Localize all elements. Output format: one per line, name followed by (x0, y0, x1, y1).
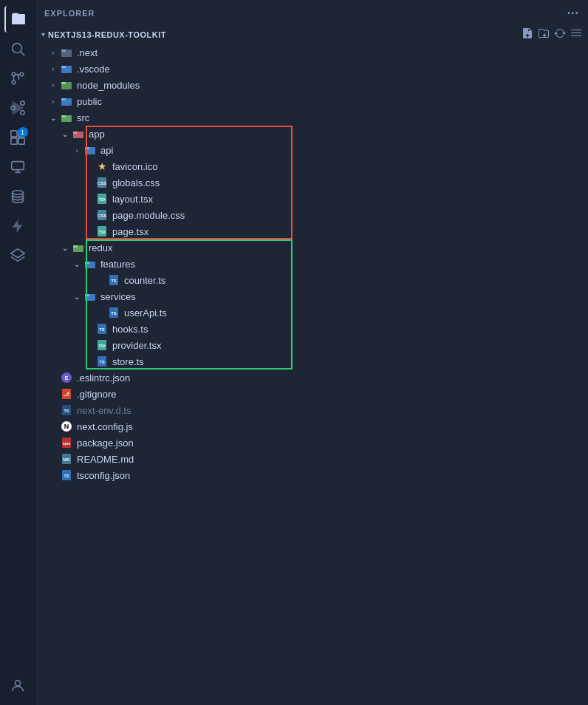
list-item[interactable]: › .next (35, 44, 588, 61)
chevron-down-icon: ⌄ (71, 260, 83, 268)
chevron-down-icon: ⌄ (59, 130, 71, 138)
list-item[interactable]: E .eslintrc.json (35, 369, 588, 386)
chevron-down-icon: ⌄ (59, 244, 71, 252)
file-label: page.module.css (112, 210, 582, 221)
folder-label: node_modules (77, 80, 582, 91)
folder-label: public (77, 96, 582, 107)
svg-rect-41 (73, 245, 78, 248)
collapse-button[interactable] (570, 27, 582, 41)
ts-file-icon: TS (95, 355, 109, 367)
file-label: package.json (77, 437, 582, 449)
tsx-file-icon: TSX (95, 193, 109, 205)
list-item[interactable]: TS store.ts (35, 353, 588, 369)
svg-point-4 (20, 72, 24, 76)
eslint-file-icon: E (59, 372, 74, 384)
list-item[interactable]: › public (35, 93, 588, 109)
file-label: .eslintrc.json (77, 372, 582, 384)
run-debug-icon[interactable] (4, 95, 31, 121)
file-label: README.md (77, 454, 582, 465)
remote-icon[interactable] (4, 154, 31, 180)
file-label: counter.ts (124, 275, 582, 286)
list-item[interactable]: npm package.json (35, 435, 588, 451)
list-item[interactable]: › api (35, 142, 588, 158)
svg-text:E: E (65, 375, 69, 381)
thunder-icon[interactable] (4, 213, 31, 239)
chevron-right-icon: › (47, 65, 59, 73)
folder-label: api (100, 145, 582, 156)
refresh-button[interactable] (554, 27, 566, 41)
list-item[interactable]: MD README.md (35, 451, 588, 467)
folder-label: .next (77, 47, 582, 58)
list-item[interactable]: N next.config.js (35, 418, 588, 435)
chevron-down-icon: ⌄ (71, 293, 83, 301)
tree-wrapper: › .next › .vscode › (35, 44, 588, 483)
layers-icon[interactable] (4, 242, 31, 269)
folder-open-icon (59, 112, 74, 123)
svg-text:CSS: CSS (98, 181, 106, 185)
account-icon[interactable] (4, 672, 31, 699)
svg-rect-25 (61, 98, 66, 101)
list-item[interactable]: › node_modules (35, 77, 588, 93)
new-file-button[interactable] (522, 27, 533, 41)
list-item[interactable]: ⎇ .gitignore (35, 386, 588, 402)
file-label: provider.tsx (112, 340, 582, 351)
svg-point-15 (12, 191, 23, 195)
list-item[interactable]: ⌄ features (35, 256, 588, 272)
file-label: next.config.js (77, 421, 582, 432)
svg-point-5 (12, 81, 16, 84)
list-item[interactable]: TS userApi.ts (35, 304, 588, 321)
md-file-icon: MD (59, 453, 74, 465)
svg-text:TSX: TSX (98, 197, 106, 202)
svg-rect-12 (10, 138, 16, 144)
list-item[interactable]: CSS page.module.css (35, 207, 588, 223)
list-item[interactable]: TS hooks.ts (35, 321, 588, 337)
search-icon[interactable] (4, 35, 31, 62)
file-tree: › .next › .vscode › (35, 44, 588, 705)
svg-text:CSS: CSS (98, 214, 106, 218)
files-icon[interactable] (4, 6, 31, 33)
new-folder-button[interactable] (538, 27, 550, 41)
svg-text:⎇: ⎇ (64, 392, 69, 397)
sidebar-toolbar: ⋯ (567, 6, 579, 20)
database-icon[interactable] (4, 183, 31, 210)
list-item[interactable]: TS tsconfig.json (35, 467, 588, 483)
svg-text:TS: TS (99, 360, 105, 364)
svg-text:npm: npm (63, 441, 71, 446)
list-item[interactable]: TSX provider.tsx (35, 337, 588, 353)
svg-text:TSX: TSX (98, 230, 106, 234)
green-outline-region: ⌄ redux ⌄ features (35, 239, 588, 369)
folder-label: app (89, 129, 582, 140)
folder-open-icon (83, 290, 98, 302)
more-menu-button[interactable]: ⋯ (567, 6, 579, 20)
folder-label: src (77, 112, 582, 123)
svg-point-7 (20, 101, 24, 106)
list-item[interactable]: TSX layout.tsx (35, 191, 588, 207)
root-folder-row[interactable]: ▾ NEXTJS13-REDUX-TOOLKIT (35, 26, 588, 44)
next-file-icon: N (59, 421, 74, 432)
list-item[interactable]: ⌄ app (35, 126, 588, 142)
folder-open-icon (83, 258, 98, 270)
chevron-down-icon: ⌄ (47, 114, 59, 122)
list-item[interactable]: ⌄ redux (35, 239, 588, 256)
extensions-icon[interactable]: 1 (4, 124, 31, 151)
file-label: layout.tsx (112, 194, 582, 205)
list-item[interactable]: ⌄ src (35, 109, 588, 126)
list-item[interactable]: › .vscode (35, 61, 588, 77)
file-label: userApi.ts (124, 307, 582, 319)
svg-point-3 (12, 72, 16, 76)
list-item[interactable]: ★ favicon.ico (35, 158, 588, 174)
folder-icon (59, 95, 74, 107)
list-item[interactable]: TSX page.tsx (35, 223, 588, 239)
ts-file-icon: TS (59, 469, 74, 481)
source-control-icon[interactable] (4, 65, 31, 92)
list-item[interactable]: CSS globals.css (35, 174, 588, 191)
list-item[interactable]: TS counter.ts (35, 272, 588, 288)
activity-bar-bottom (4, 672, 31, 705)
extensions-badge: 1 (18, 127, 28, 137)
list-item[interactable]: TS next-env.d.ts (35, 402, 588, 418)
chevron-right-icon: › (47, 49, 59, 57)
list-item[interactable]: ⌄ services (35, 288, 588, 304)
folder-icon (59, 47, 74, 58)
folder-open-icon (71, 128, 86, 140)
svg-rect-21 (61, 66, 66, 68)
